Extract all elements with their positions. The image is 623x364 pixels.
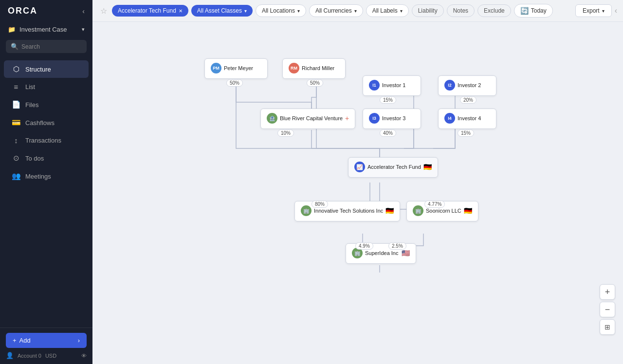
chevron-right-icon: › [78, 337, 80, 344]
liability-button[interactable]: Liability [412, 4, 444, 17]
exclude-button[interactable]: Exclude [477, 4, 511, 17]
investor3-pct: 40% [380, 129, 396, 137]
cashflows-icon: 💳 [12, 118, 20, 127]
main-content: ☆ Accelerator Tech Fund ✕ All Asset Clas… [92, 0, 623, 364]
sidebar-item-label: Meetings [25, 173, 51, 180]
sidebar-item-label: Cashflows [25, 119, 55, 127]
sidebar-item-cashflows[interactable]: 💳 Cashflows [4, 114, 89, 131]
toolbar: ☆ Accelerator Tech Fund ✕ All Asset Clas… [92, 0, 623, 22]
investor1-node[interactable]: I1 Investor 1 [363, 75, 421, 96]
peter-meyer-node[interactable]: PM Peter Meyer [204, 58, 268, 79]
richard-miller-node[interactable]: RM Richard Miller [282, 58, 346, 79]
notes-button[interactable]: Notes [447, 4, 475, 17]
innovative-label: Innovative Tech Solutions Inc [314, 208, 383, 214]
filter-currencies-button[interactable]: All Currencies ▾ [309, 4, 363, 17]
zoom-controls: + − ⊞ [600, 284, 615, 335]
blue-river-add-icon: + [345, 114, 349, 122]
investor4-node[interactable]: I4 Investor 4 [438, 109, 496, 129]
investor4-avatar: I4 [444, 113, 455, 124]
sidebar-item-label: List [25, 83, 35, 91]
account-row: 👤 Account 0 USD 👁 [6, 352, 87, 359]
meetings-icon: 👥 [12, 172, 20, 181]
chevron-down-icon: ▾ [82, 26, 85, 33]
add-label: Add [19, 337, 31, 344]
peter-meyer-label: Peter Meyer [224, 65, 253, 71]
exclude-label: Exclude [484, 7, 505, 14]
investor2-node[interactable]: I2 Investor 2 [438, 75, 496, 96]
filter-asset-classes-label: All Asset Classes [197, 7, 242, 14]
investor2-pct: 20% [460, 96, 476, 104]
blue-river-label: Blue River Capital Venture [280, 115, 343, 121]
filter-accelerator-label: Accelerator Tech Fund [118, 7, 176, 14]
sidebar-item-transactions[interactable]: ↕ Transactions [4, 132, 89, 149]
search-input[interactable] [21, 43, 82, 50]
investor4-label: Investor 4 [458, 115, 481, 121]
filter-asset-classes-button[interactable]: All Asset Classes ▾ [191, 5, 253, 17]
blue-river-avatar: 🏦 [267, 113, 277, 124]
files-icon: 📄 [12, 100, 20, 109]
sidebar-item-label: To dos [25, 155, 44, 162]
add-button[interactable]: + Add › [6, 333, 87, 348]
accelerator-flag: 🇩🇪 [423, 163, 432, 171]
richard-miller-label: Richard Miller [302, 65, 334, 71]
blue-river-node[interactable]: 🏦 Blue River Capital Venture + [260, 109, 355, 129]
sidebar-footer: + Add › 👤 Account 0 USD 👁 [0, 328, 92, 364]
filter-labels-label: All Labels [372, 7, 398, 14]
today-button[interactable]: 🔄 Today [514, 4, 553, 18]
star-button[interactable]: ☆ [98, 6, 109, 16]
innovative-node[interactable]: 🏢 Innovative Tech Solutions Inc 🇩🇪 [294, 201, 400, 221]
chevron-down-icon: ▾ [602, 8, 605, 14]
structure-canvas: PM Peter Meyer 50% RM Richard Miller 50%… [92, 22, 623, 364]
sidebar-item-label: Structure [25, 66, 51, 73]
investor1-pct: 15% [380, 96, 396, 104]
chevron-down-icon: ▾ [244, 8, 247, 14]
layers-icon: ⊞ [605, 323, 610, 331]
soonicorn-avatar: 🏢 [413, 205, 423, 216]
zoom-in-button[interactable]: + [600, 284, 615, 300]
superidea-flag: 🇺🇸 [402, 249, 410, 257]
soonicorn-flag: 🇩🇪 [464, 207, 472, 215]
currency-label: USD [45, 353, 56, 359]
investor3-avatar: I3 [369, 113, 380, 124]
sidebar-item-files[interactable]: 📄 Files [4, 96, 89, 113]
connections-svg [92, 22, 623, 364]
export-label: Export [583, 7, 600, 14]
investment-case-menu[interactable]: 📁 Investment Case ▾ [0, 22, 92, 37]
superidea-pct1: 4.9% [355, 242, 373, 250]
sidebar-nav: ⬡ Structure ≡ List 📄 Files 💳 Cashflows ↕… [0, 56, 92, 328]
richard-miller-pct: 50% [307, 79, 323, 87]
filter-labels-button[interactable]: All Labels ▾ [366, 4, 409, 17]
refresh-icon: 🔄 [520, 7, 529, 15]
layers-button[interactable]: ⊞ [600, 319, 615, 335]
innovative-avatar: 🏢 [301, 205, 312, 216]
todos-icon: ⊙ [12, 154, 20, 163]
collapse-right-button[interactable]: ‹ [615, 6, 617, 15]
liability-label: Liability [418, 7, 438, 14]
investor2-avatar: I2 [444, 80, 455, 91]
plus-icon: + [13, 337, 17, 344]
search-icon: 🔍 [11, 43, 18, 50]
eye-icon: 👁 [81, 353, 87, 359]
superidea-label: SuperIdea Inc [365, 250, 399, 256]
superidea-pct2: 2.5% [388, 242, 406, 250]
innovative-pct: 80% [312, 200, 328, 208]
sidebar-item-structure[interactable]: ⬡ Structure [4, 60, 89, 78]
peter-meyer-pct: 50% [226, 79, 243, 87]
sidebar-item-list[interactable]: ≡ List [4, 78, 89, 95]
sidebar-item-todos[interactable]: ⊙ To dos [4, 149, 89, 167]
filter-locations-button[interactable]: All Locations ▾ [256, 4, 306, 17]
investor3-node[interactable]: I3 Investor 3 [363, 109, 421, 129]
chevron-down-icon: ▾ [297, 8, 300, 14]
zoom-out-button[interactable]: − [600, 302, 615, 317]
investor3-label: Investor 3 [382, 115, 405, 121]
sidebar-collapse-button[interactable]: ‹ [82, 7, 85, 15]
filter-accelerator-button[interactable]: Accelerator Tech Fund ✕ [112, 5, 188, 17]
sidebar-item-meetings[interactable]: 👥 Meetings [4, 167, 89, 185]
soonicorn-label: Soonicorn LLC [426, 208, 461, 214]
accelerator-fund-node[interactable]: 📈 Accelerator Tech Fund 🇩🇪 [348, 157, 438, 178]
sidebar-item-label: Transactions [25, 137, 61, 144]
sidebar-logo-area: ORCA ‹ [0, 0, 92, 22]
export-button[interactable]: Export ▾ [575, 4, 612, 17]
investor1-avatar: I1 [369, 80, 380, 91]
filter-locations-label: All Locations [262, 7, 295, 14]
